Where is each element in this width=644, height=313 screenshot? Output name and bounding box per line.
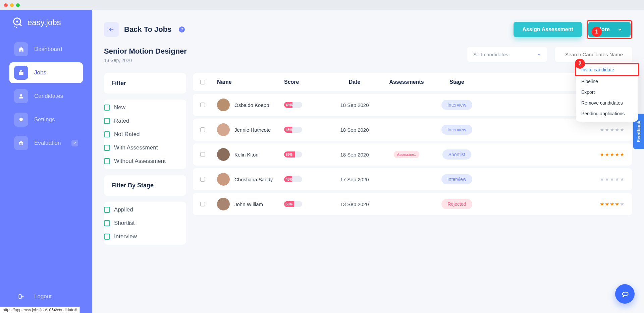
svg-point-3 — [16, 27, 17, 28]
rating-stars[interactable]: ★★★★★ — [600, 127, 625, 132]
stage-pill: Interview — [441, 174, 472, 184]
date-cell: 18 Sep 2020 — [328, 127, 381, 133]
nav-label: Jobs — [34, 69, 46, 76]
date-cell: 18 Sep 2020 — [328, 152, 381, 158]
sort-dropdown[interactable]: Sort candidates — [467, 47, 547, 62]
table-row[interactable]: Jennie Hathcote45%18 Sep 2020Interview★★… — [193, 119, 632, 141]
select-all-checkbox[interactable] — [200, 80, 205, 84]
candidate-name: Christiana Sandy — [234, 177, 273, 182]
col-stage: Stage — [432, 79, 482, 85]
rating-stars[interactable]: ★★★★★ — [600, 151, 625, 157]
filter-stage-title-card: Filter By Stage — [104, 175, 186, 196]
filter-option[interactable]: With Assessment — [104, 141, 186, 154]
date-cell: 17 Sep 2020 — [328, 177, 381, 182]
nav-label: Settings — [34, 116, 55, 123]
filter-option[interactable]: Without Assessment — [104, 154, 186, 168]
back-button[interactable] — [104, 22, 119, 37]
more-dropdown: Invite candidatePipelineExportRemove can… — [576, 62, 638, 122]
filter-option[interactable]: Not Rated — [104, 128, 186, 141]
table-row[interactable]: Christiana Sandy45%17 Sep 2020Interview★… — [193, 168, 632, 190]
job-date: 13 Sep, 2020 — [104, 58, 187, 63]
checkbox-icon — [104, 207, 110, 213]
logout-button[interactable]: Logout — [9, 286, 83, 307]
table-row[interactable]: Kelin Kiton59%18 Sep 2020Assessme..Short… — [193, 143, 632, 166]
help-icon[interactable]: ? — [179, 26, 185, 33]
chevron-down-icon — [618, 27, 622, 32]
assign-assessment-button[interactable]: Assign Assessment — [514, 22, 582, 37]
table-row[interactable]: John William55%13 Sep 2020Rejected★★★★★ — [193, 193, 632, 215]
row-checkbox[interactable] — [200, 202, 205, 206]
dropdown-item[interactable]: Pending applications — [576, 108, 638, 119]
candidate-name: Kelin Kiton — [234, 152, 259, 158]
score-badge: 55% — [284, 201, 302, 207]
sidebar-item-jobs[interactable]: Jobs — [9, 62, 83, 83]
window-close-dot[interactable] — [4, 3, 8, 7]
chat-bubble[interactable] — [615, 284, 635, 304]
filter-stage-title: Filter By Stage — [111, 182, 179, 189]
filter-label: Interview — [114, 233, 137, 240]
score-badge: 59% — [284, 151, 302, 158]
back-title: Back To Jobs — [124, 25, 171, 34]
col-date: Date — [328, 79, 381, 85]
row-checkbox[interactable] — [200, 152, 205, 157]
filter-label: Not Rated — [114, 131, 140, 138]
nav-label: Candidates — [34, 93, 63, 100]
search-box[interactable] — [555, 47, 632, 62]
window-max-dot[interactable] — [16, 3, 20, 7]
checkbox-icon — [104, 118, 110, 124]
arrow-left-icon — [108, 26, 115, 33]
stage-pill: Rejected — [441, 199, 472, 209]
logo[interactable]: easy.jobs — [9, 16, 83, 29]
filter-options: NewRatedNot RatedWith AssessmentWithout … — [104, 100, 186, 169]
row-checkbox[interactable] — [200, 127, 205, 132]
dropdown-item[interactable]: Export — [576, 87, 638, 98]
filter-title-card: Filter — [104, 73, 186, 93]
sidebar-item-candidates[interactable]: Candidates — [9, 86, 83, 107]
search-input[interactable] — [565, 52, 629, 57]
filter-stage-option[interactable]: Interview — [104, 230, 186, 243]
callout-2: 2 — [575, 59, 585, 69]
checkbox-icon — [104, 234, 110, 240]
filter-option[interactable]: New — [104, 101, 186, 114]
logo-text: easy.jobs — [28, 18, 61, 27]
stage-pill: Interview — [441, 100, 472, 110]
sidebar-item-dashboard[interactable]: Dashboard — [9, 39, 83, 60]
stage-pill: Shortlist — [442, 149, 472, 160]
dropdown-item[interactable]: Pipeline — [576, 76, 638, 87]
rating-stars[interactable]: ★★★★★ — [600, 201, 625, 207]
svg-point-5 — [20, 94, 22, 96]
chat-icon — [621, 290, 629, 298]
callout-1: 1 — [592, 27, 602, 37]
filter-stage-options: AppliedShortlistInterview — [104, 202, 186, 245]
logo-icon — [11, 16, 23, 29]
rating-stars[interactable]: ★★★★★ — [600, 176, 625, 182]
window-min-dot[interactable] — [10, 3, 14, 7]
filter-option[interactable]: Rated — [104, 114, 186, 128]
date-cell: 13 Sep 2020 — [328, 201, 381, 207]
col-score: Score — [284, 79, 328, 85]
briefcase-icon — [18, 70, 24, 76]
avatar — [217, 148, 230, 161]
row-checkbox[interactable] — [200, 103, 205, 107]
svg-point-1 — [16, 20, 18, 22]
checkbox-icon — [104, 220, 110, 226]
dropdown-item[interactable]: Remove candidates — [576, 98, 638, 108]
row-checkbox[interactable] — [200, 177, 205, 182]
chevron-down-icon — [537, 53, 541, 57]
svg-rect-7 — [19, 295, 21, 299]
home-icon — [18, 46, 24, 52]
sidebar-item-settings[interactable]: Settings — [9, 109, 83, 130]
nav-label: Dashboard — [34, 46, 62, 53]
score-badge: 46% — [284, 102, 302, 108]
sidebar-item-evaluation[interactable]: Evaluation — [9, 133, 83, 153]
chevron-down-icon — [71, 140, 78, 146]
table-row[interactable]: Osbaldo Koepp46%18 Sep 2020Interview★★★★… — [193, 94, 632, 116]
main-content: 1 2 Back To Jobs ? Assign Assessment Mor… — [92, 10, 644, 313]
filter-stage-option[interactable]: Applied — [104, 203, 186, 216]
browser-chrome — [0, 0, 644, 10]
graduation-icon — [18, 140, 24, 146]
col-assessments: Assessments — [381, 79, 432, 85]
candidate-name: Jennie Hathcote — [234, 127, 271, 133]
avatar — [217, 123, 230, 136]
filter-stage-option[interactable]: Shortlist — [104, 216, 186, 230]
